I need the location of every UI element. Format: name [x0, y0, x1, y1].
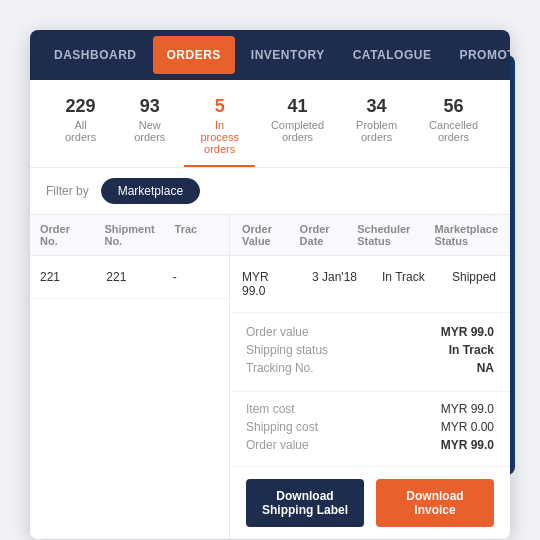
tab-problem[interactable]: 34 Problem orders — [340, 88, 413, 167]
col-order-no: Order No. — [30, 215, 94, 255]
cell-scheduler-status: In Track — [370, 266, 440, 302]
col-marketplace-status: Marketplace Status — [422, 215, 510, 255]
tab-in-process[interactable]: 5 In process orders — [184, 88, 255, 167]
table-area: Order No. Shipment No. Trac 221 221 - Or… — [30, 215, 510, 539]
tracking-no-value: NA — [477, 361, 494, 375]
tracking-no-row: Tracking No. NA — [246, 361, 494, 375]
main-card: DASHBOARD ORDERS INVENTORY CATALOGUE PRO… — [30, 30, 510, 539]
tab-completed[interactable]: 41 Completed orders — [255, 88, 340, 167]
left-table: Order No. Shipment No. Trac 221 221 - — [30, 215, 230, 539]
cost-section: Item cost MYR 99.0 Shipping cost MYR 0.0… — [230, 392, 510, 467]
nav-inventory[interactable]: INVENTORY — [237, 36, 339, 74]
order-detail-section: Order value MYR 99.0 Shipping status In … — [230, 313, 510, 392]
detail-row[interactable]: MYR 99.0 3 Jan'18 In Track Shipped — [230, 256, 510, 313]
shipping-status-label: Shipping status — [246, 343, 328, 357]
download-shipping-label-button[interactable]: Download Shipping Label — [246, 479, 364, 527]
shipping-status-row: Shipping status In Track — [246, 343, 494, 357]
nav-orders[interactable]: ORDERS — [153, 36, 235, 74]
item-cost-label: Item cost — [246, 402, 295, 416]
filter-label: Filter by — [46, 184, 89, 198]
order-value-row: Order value MYR 99.0 — [246, 325, 494, 339]
detail-panel: Order Value Order Date Scheduler Status … — [230, 215, 510, 539]
order-value-value: MYR 99.0 — [441, 325, 494, 339]
filter-row: Filter by Marketplace — [30, 168, 510, 215]
action-buttons: Download Shipping Label Download Invoice — [230, 467, 510, 539]
left-table-header: Order No. Shipment No. Trac — [30, 215, 229, 256]
nav-promotions[interactable]: PROMOTIONS — [445, 36, 510, 74]
nav-dashboard[interactable]: DASHBOARD — [40, 36, 151, 74]
shipping-cost-value: MYR 0.00 — [441, 420, 494, 434]
detail-header: Order Value Order Date Scheduler Status … — [230, 215, 510, 256]
item-cost-row: Item cost MYR 99.0 — [246, 402, 494, 416]
total-order-value-row: Order value MYR 99.0 — [246, 438, 494, 452]
item-cost-value: MYR 99.0 — [441, 402, 494, 416]
navigation: DASHBOARD ORDERS INVENTORY CATALOGUE PRO… — [30, 30, 510, 80]
cell-shipment-no: 221 — [96, 266, 162, 288]
col-track: Trac — [165, 215, 229, 255]
table-row[interactable]: 221 221 - — [30, 256, 229, 299]
cell-order-no: 221 — [30, 266, 96, 288]
shipping-status-value: In Track — [449, 343, 494, 357]
shipping-cost-row: Shipping cost MYR 0.00 — [246, 420, 494, 434]
total-order-value: MYR 99.0 — [441, 438, 494, 452]
total-order-value-label: Order value — [246, 438, 309, 452]
order-tabs: 229 All orders 93 New orders 5 In proces… — [30, 80, 510, 168]
nav-catalogue[interactable]: CATALOGUE — [339, 36, 446, 74]
tab-cancelled[interactable]: 56 Cancelled orders — [413, 88, 494, 167]
cell-track: - — [163, 266, 229, 288]
cell-order-date: 3 Jan'18 — [300, 266, 370, 302]
tab-new-orders[interactable]: 93 New orders — [115, 88, 184, 167]
tab-all-orders[interactable]: 229 All orders — [46, 88, 115, 167]
col-shipment-no: Shipment No. — [94, 215, 164, 255]
col-order-date: Order Date — [288, 215, 346, 255]
cell-marketplace-status: Shipped — [440, 266, 510, 302]
cell-order-value: MYR 99.0 — [230, 266, 300, 302]
filter-marketplace[interactable]: Marketplace — [101, 178, 200, 204]
col-scheduler-status: Scheduler Status — [345, 215, 422, 255]
order-value-label: Order value — [246, 325, 309, 339]
tracking-no-label: Tracking No. — [246, 361, 314, 375]
download-invoice-button[interactable]: Download Invoice — [376, 479, 494, 527]
col-order-value: Order Value — [230, 215, 288, 255]
shipping-cost-label: Shipping cost — [246, 420, 318, 434]
